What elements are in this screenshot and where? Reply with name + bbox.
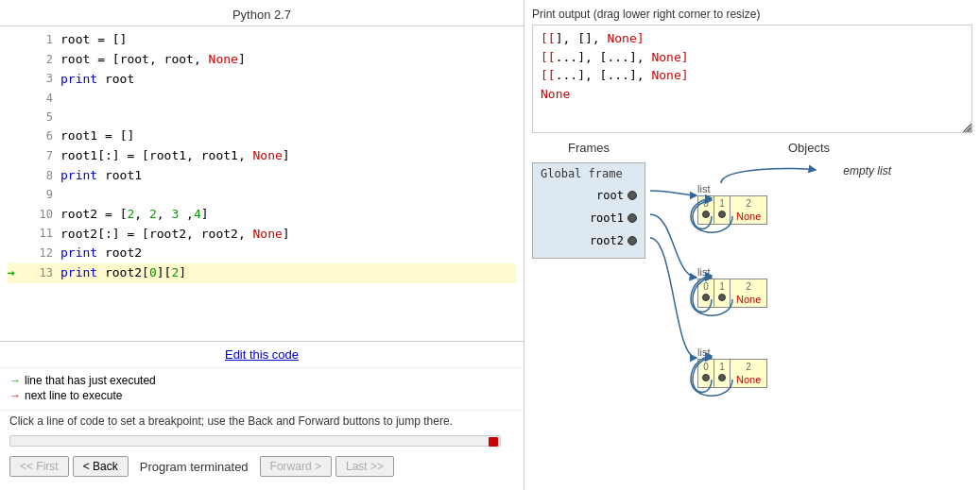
scroll-track[interactable] [9,435,501,447]
list-cell-2-2: 2 None [731,279,766,307]
code-line-2[interactable]: 2 root = [root, root, None] [8,50,516,70]
list-cells-3: 0 1 2 None [697,359,767,388]
list-cell-3-0: 0 [698,360,714,387]
code-text-7: root1[:] = [root1, root1, None] [60,146,290,166]
line-num-2: 2 [26,51,53,69]
line-num-9: 9 [26,186,53,204]
objects-container: empty list list 0 1 [645,162,910,436]
legend-red: → next line to execute [9,389,514,402]
frames-header: Frames [532,141,645,155]
code-text-12: print root2 [60,244,142,263]
instructions-text: Click a line of code to set a breakpoint… [0,410,524,431]
dot-1-1 [718,211,726,218]
code-line-8[interactable]: 8 print root1 [8,166,516,186]
code-text-6: root1 = [] [60,127,134,146]
code-line-9[interactable]: 9 [8,186,516,205]
list-cell-1-0: 0 [698,196,714,224]
red-arrow-icon: → [9,389,21,402]
code-line-7[interactable]: 7 root1[:] = [root1, root1, None] [8,146,516,166]
index-1: 1 [719,198,725,209]
python-title: Python 2.7 [0,8,524,26]
list-cell-2-1: 1 [714,279,731,307]
line-num-7: 7 [26,147,53,165]
code-line-10[interactable]: 10 root2 = [2, 2, 3 ,4] [8,205,516,225]
global-frame-title: Global frame [541,167,637,180]
arrows-svg [645,162,910,436]
line-num-10: 10 [26,206,53,224]
index-2: 2 [746,198,751,209]
line-num-13: 13 [26,264,53,282]
output-box: [[], [], None] [[...], [...], None] [[..… [532,25,972,133]
code-area: 1 root = [] 2 root = [root, root, None] … [0,30,524,337]
list-cell-1-2: 2 None [731,196,766,224]
back-button[interactable]: < Back [73,456,129,477]
code-text-13: print root2[0][2] [60,263,186,283]
frame-dot-root1 [628,213,637,223]
line-num-8: 8 [26,167,53,185]
frame-row-root: root [541,186,637,205]
left-panel: Python 2.7 1 root = [] 2 root = [root, r… [0,0,524,490]
list-label-1: list [697,183,767,194]
code-text-1: root = [] [60,30,127,50]
dot-3-0 [702,374,710,381]
code-line-6[interactable]: 6 root1 = [] [8,127,516,146]
empty-list-label: empty list [843,164,891,177]
code-text-10: root2 = [2, 2, 3 ,4] [60,205,209,225]
code-line-4[interactable]: 4 [8,89,516,108]
list-box-3: list 0 1 2 Non [697,346,767,388]
resize-handle[interactable] [962,123,971,132]
last-button[interactable]: Last >> [335,456,394,477]
output-line-2: [[...], [...], None] [541,48,964,67]
frames-column: Frames Global frame root root1 root2 [532,141,645,482]
list-cell-3-2: 2 None [731,360,766,387]
index-3-1: 1 [719,362,725,372]
none-label-2: None [736,294,761,305]
line-num-5: 5 [26,109,53,127]
output-line-3: [[...], [...], None] [541,66,964,85]
code-line-1[interactable]: 1 root = [] [8,30,516,50]
arrow-root1-list2 [650,214,696,278]
line-num-12: 12 [26,245,53,262]
green-arrow-icon: → [9,374,21,387]
output-line-4: None [541,85,964,104]
scroll-thumb[interactable] [489,437,498,447]
list-cell-1-1: 1 [714,196,731,224]
frame-dot-root [628,191,637,200]
frame-row-root1: root1 [541,209,637,228]
list-box-1: list 0 1 2 Non [697,183,767,225]
list-cell-2-0: 0 [698,279,714,307]
line-num-11: 11 [26,225,53,243]
output-label: Print output (drag lower right corner to… [532,8,972,21]
edit-code-link[interactable]: Edit this code [225,347,299,362]
list-label-3: list [697,346,767,358]
index-3-0: 0 [703,362,709,372]
dot-2-1 [718,294,726,301]
arrow-root-list1 [650,191,696,195]
code-line-5[interactable]: 5 [8,108,516,127]
arrow-to-empty-list [721,168,816,183]
code-line-3[interactable]: 3 print root [8,70,516,90]
index-0: 0 [703,198,709,209]
legend-area: → line that has just executed → next lin… [0,367,524,410]
line-arrow-13: → [8,263,26,283]
scrollbar-area[interactable] [0,431,524,450]
list-cells-1: 0 1 2 None [697,195,767,225]
none-label-1: None [736,211,761,222]
objects-column: Objects empty list list 0 [645,141,972,482]
index-3-2: 2 [746,362,751,372]
forward-button[interactable]: Forward > [260,456,332,477]
objects-header: Objects [645,141,972,155]
frame-row-root2: root2 [541,231,637,250]
index-2-1: 1 [719,281,725,292]
edit-link-container: Edit this code [0,341,524,367]
code-text-8: print root1 [60,166,142,186]
frame-var-root: root [541,189,628,202]
code-line-12[interactable]: 12 print root2 [8,244,516,263]
green-legend-label: line that has just executed [25,374,156,387]
code-line-13[interactable]: → 13 print root2[0][2] [8,263,516,283]
arrow-root2-list3 [650,238,696,358]
first-button[interactable]: << First [9,456,69,477]
code-text-2: root = [root, root, None] [60,50,246,70]
code-line-11[interactable]: 11 root2[:] = [root2, root2, None] [8,225,516,245]
dot-2-0 [702,294,710,301]
